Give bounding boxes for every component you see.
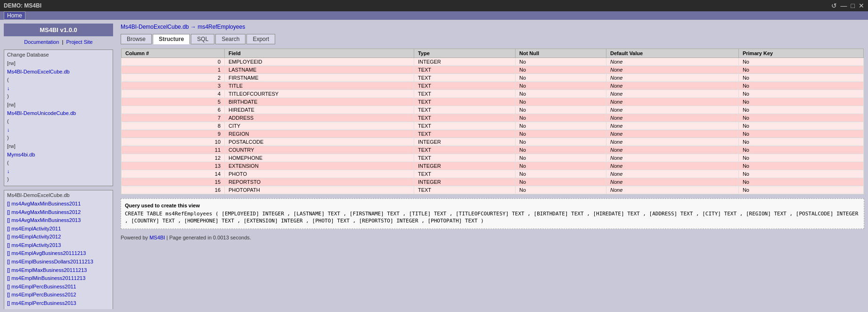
title-bar: DEMO: MS4BI ↺ — □ ✕	[0, 0, 868, 11]
tab-search[interactable]: Search	[215, 34, 246, 44]
db-item-1: [rw] Ms4BI-DemoExcelCube.db (↓)	[7, 59, 110, 101]
table-cell: 8	[122, 122, 225, 130]
table-cell: No	[738, 138, 863, 146]
table-cell: CITY	[225, 122, 414, 130]
table-cell: No	[515, 146, 606, 154]
table-cell: No	[515, 66, 606, 74]
tab-browse[interactable]: Browse	[121, 34, 152, 44]
project-site-link[interactable]: Project Site	[66, 39, 92, 45]
table-cell: 12	[122, 154, 225, 162]
footer-suffix: | Page generated in 0.0013 seconds.	[166, 235, 251, 240]
table-row: 16PHOTOPATHTEXTNoNoneNo	[122, 186, 864, 194]
table-cell: No	[738, 58, 863, 66]
table-cell: No	[738, 154, 863, 162]
col-header: Field	[225, 49, 414, 58]
col-header: Type	[414, 49, 515, 58]
table-cell: COUNTRY	[225, 146, 414, 154]
maximize-icon[interactable]: □	[851, 2, 855, 9]
table-cell: 1	[122, 66, 225, 74]
table-cell: PHOTO	[225, 170, 414, 178]
table-list-section: Ms4BI-DemoExcelCube.db [] ms4AvgMaxMinBu…	[4, 190, 113, 309]
db-item-3: [rw] Myms4bi.db (↓)	[7, 142, 110, 184]
table-link[interactable]: [] ms4AvgMaxMinBusiness2012	[7, 208, 110, 217]
table-link[interactable]: [] ms4AvgMaxMinBusiness2011	[7, 200, 110, 208]
table-cell: No	[515, 98, 606, 106]
db-item-2: [rw] Ms4BI-DemoUnicodeCube.db (↓)	[7, 101, 110, 142]
table-cell: None	[606, 178, 739, 186]
table-cell: None	[606, 66, 739, 74]
table-link[interactable]: [] ms4EmplActivity2011	[7, 225, 110, 233]
table-cell: 5	[122, 98, 225, 106]
table-cell: No	[738, 66, 863, 74]
table-row: 1LASTNAMETEXTNoNoneNo	[122, 66, 864, 74]
table-link[interactable]: [] ms4EmplMinBusiness20111213	[7, 274, 110, 283]
db-down-1[interactable]: ↓	[7, 84, 110, 93]
db-down-3[interactable]: ↓	[7, 167, 110, 176]
tab-sql[interactable]: SQL	[191, 34, 214, 44]
table-row: 12HOMEPHONETEXTNoNoneNo	[122, 154, 864, 162]
tab-export[interactable]: Export	[246, 34, 275, 44]
table-link[interactable]: [] ms4EmplMaxBusiness20111213	[7, 266, 110, 275]
table-link[interactable]: [] ms4EmplBusinessDollars20111213	[7, 258, 110, 266]
table-cell: 2	[122, 74, 225, 82]
db-down-2[interactable]: ↓	[7, 126, 110, 134]
refresh-icon[interactable]: ↺	[831, 2, 837, 9]
table-cell: No	[515, 170, 606, 178]
query-box: Query used to create this view CREATE TA…	[121, 198, 864, 229]
table-cell: ADDRESS	[225, 114, 414, 122]
table-cell: No	[515, 130, 606, 138]
home-link[interactable]: Home	[4, 11, 25, 20]
table-cell: 13	[122, 162, 225, 170]
table-cell: POSTALCODE	[225, 138, 414, 146]
documentation-link[interactable]: Documentation	[24, 39, 59, 45]
col-header: Primary Key	[738, 49, 863, 58]
table-cell: None	[606, 146, 739, 154]
table-cell: No	[738, 122, 863, 130]
window-controls[interactable]: ↺ — □ ✕	[831, 2, 864, 9]
table-cell: REGION	[225, 130, 414, 138]
db-link-3[interactable]: Myms4bi.db	[7, 151, 110, 159]
table-cell: No	[738, 90, 863, 98]
table-row: 2FIRSTNAMETEXTNoNoneNo	[122, 74, 864, 82]
table-link[interactable]: [] ms4AvgMaxMinBusiness2013	[7, 216, 110, 225]
close-icon[interactable]: ✕	[859, 2, 864, 9]
table-cell: No	[515, 186, 606, 194]
db-link-1[interactable]: Ms4BI-DemoExcelCube.db	[7, 68, 110, 76]
tab-structure[interactable]: Structure	[153, 34, 190, 44]
table-cell: No	[515, 122, 606, 130]
table-cell: FIRSTNAME	[225, 74, 414, 82]
table-link[interactable]: [] ms4EmplPercBusiness2011	[7, 283, 110, 291]
table-cell: None	[606, 114, 739, 122]
table-cell: TEXT	[414, 106, 515, 114]
table-link[interactable]: [] ms4EmplPercentBusiness20111213	[7, 308, 110, 309]
table-cell: 6	[122, 106, 225, 114]
table-cell: None	[606, 170, 739, 178]
table-link[interactable]: [] ms4EmplActivity2012	[7, 233, 110, 241]
table-cell: None	[606, 138, 739, 146]
table-cell: No	[515, 178, 606, 186]
table-cell: TITLEOFCOURTESY	[225, 90, 414, 98]
breadcrumb-table-link[interactable]: ms4RefEmployees	[197, 24, 245, 30]
table-cell: TEXT	[414, 170, 515, 178]
table-cell: TEXT	[414, 98, 515, 106]
table-cell: 4	[122, 90, 225, 98]
sidebar: MS4BI v1.0.0 Documentation | Project Sit…	[0, 20, 117, 309]
footer-link[interactable]: MS4BI	[149, 235, 165, 240]
table-row: 10POSTALCODEINTEGERNoNoneNo	[122, 138, 864, 146]
table-cell: No	[515, 74, 606, 82]
table-cell: INTEGER	[414, 178, 515, 186]
table-cell: PHOTOPATH	[225, 186, 414, 194]
table-link[interactable]: [] ms4EmplPercBusiness2013	[7, 299, 110, 308]
minimize-icon[interactable]: —	[841, 2, 847, 9]
table-cell: TEXT	[414, 82, 515, 90]
db-link-2[interactable]: Ms4BI-DemoUnicodeCube.db	[7, 109, 110, 118]
table-link[interactable]: [] ms4EmplActivity2013	[7, 241, 110, 250]
table-cell: No	[515, 114, 606, 122]
table-cell: No	[515, 106, 606, 114]
table-link[interactable]: [] ms4EmplPercBusiness2012	[7, 291, 110, 299]
table-link[interactable]: [] ms4EmplAvgBusiness20111213	[7, 249, 110, 258]
table-row: 5BIRTHDATETEXTNoNoneNo	[122, 98, 864, 106]
doc-links: Documentation | Project Site	[4, 39, 113, 45]
footer: Powered by MS4BI | Page generated in 0.0…	[121, 233, 864, 242]
breadcrumb-db-link[interactable]: Ms4BI-DemoExcelCube.db	[121, 24, 189, 30]
